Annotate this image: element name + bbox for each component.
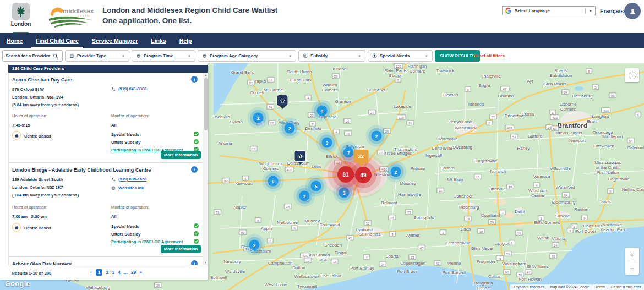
road-shield: 8 — [465, 87, 471, 92]
cluster-marker-blue[interactable]: 2 — [253, 113, 264, 123]
cluster-marker-blue[interactable]: 2 — [249, 240, 260, 250]
road-shield: 74 — [389, 215, 396, 220]
list-scrollbar[interactable]: ▲ ▼ — [203, 73, 208, 265]
pagination-next[interactable]: » — [139, 270, 142, 275]
pagination-page-4[interactable]: 4 — [118, 270, 121, 275]
info-icon[interactable]: i — [191, 166, 198, 173]
map-place-label: Bill's Corners — [534, 220, 560, 225]
map-place-label: Three Bridges — [384, 151, 412, 156]
more-information-button[interactable]: More Information — [161, 245, 201, 253]
cluster-marker-blue[interactable]: 2 — [391, 167, 401, 177]
user-account-button[interactable] — [624, 3, 641, 19]
zoom-out-button[interactable]: − — [625, 261, 639, 275]
terms-link[interactable]: Terms — [592, 284, 608, 290]
cwelcc-agreement-link[interactable]: Participating in CWELCC Agreement — [111, 239, 183, 244]
provider-type-dropdown[interactable]: Provider Type ▼ — [65, 50, 129, 62]
road-shield: 24 — [563, 193, 570, 198]
search-icon[interactable] — [53, 53, 58, 59]
map-place-label: South Huron — [287, 69, 312, 74]
app-title-block: London and Middlesex Region Child Care W… — [102, 6, 277, 25]
report-map-error-link[interactable]: Report a map error — [608, 284, 644, 290]
road-shield: 22 — [335, 160, 342, 165]
special-needs-dropdown[interactable]: Special Needs ▼ — [368, 50, 433, 62]
cluster-marker-blue[interactable]: 2 — [372, 131, 382, 141]
london-tree-icon — [12, 3, 30, 20]
cluster-marker-blue[interactable]: 2 — [299, 191, 310, 201]
road-shield: 19 — [507, 184, 514, 189]
cluster-marker-blue[interactable]: 2 — [285, 123, 295, 134]
google-logo: Google — [5, 280, 30, 288]
google-translate-widget[interactable]: Select Language ▼ — [502, 6, 596, 15]
info-icon[interactable]: i — [191, 260, 198, 265]
cluster-marker-blue[interactable]: 9 — [268, 176, 279, 187]
building-icon — [69, 53, 74, 58]
nav-item-home[interactable]: Home — [6, 33, 24, 48]
road-shield: 2 — [487, 121, 493, 125]
select-language-label[interactable]: Select Language — [515, 8, 550, 13]
scroll-down-icon[interactable]: ▼ — [203, 261, 208, 264]
francais-language-link[interactable]: Français — [600, 8, 624, 14]
more-information-button[interactable]: More Information — [161, 151, 201, 159]
pagination-page-1[interactable]: 1 — [96, 269, 103, 276]
scroll-up-icon[interactable]: ▲ — [203, 73, 208, 76]
childcare-centre-pin[interactable] — [294, 150, 306, 162]
map-place-label: Jarvis — [599, 199, 611, 204]
cluster-marker-blue[interactable]: 4 — [317, 106, 328, 116]
check-icon — [194, 223, 199, 228]
provider-phone-link[interactable]: (519) 685-1650 — [118, 177, 146, 182]
road-shield: 5 — [582, 215, 588, 220]
cluster-marker-blue[interactable]: 5 — [311, 181, 321, 191]
map-place-label: Salford — [440, 166, 454, 171]
svg-text:county: county — [78, 14, 90, 17]
provider-website-link[interactable]: Website Link — [118, 185, 144, 190]
map-place-label: Aylmer — [406, 233, 420, 238]
search-input[interactable] — [6, 53, 53, 58]
cluster-marker-blue[interactable]: 3 — [322, 138, 332, 148]
map-place-label: Wilsonville — [550, 166, 571, 171]
subsidy-dropdown[interactable]: Subsidy ▼ — [298, 50, 365, 62]
months-label: Months of operation: — [111, 205, 149, 210]
map-place-label: Ohsweken — [593, 144, 614, 149]
map-place-label: Vienna — [447, 261, 461, 266]
scrollbar-thumb[interactable] — [204, 78, 208, 130]
provider-search-box — [2, 50, 63, 62]
cluster-marker-blue[interactable]: 3 — [339, 188, 350, 198]
map-place-label: Waterford — [556, 185, 575, 190]
road-shield: 80 — [239, 230, 247, 235]
info-icon[interactable]: i — [191, 76, 198, 83]
nav-item-help[interactable]: Help — [178, 33, 193, 48]
map-place-label: Ostrander — [453, 194, 473, 199]
provider-address-line2: London, Ontario, N5Z 3K7 — [12, 185, 63, 190]
nav-item-links[interactable]: Links — [150, 33, 167, 48]
map-place-label: Delhi — [515, 209, 525, 214]
cluster-marker-blue[interactable]: 7 — [343, 147, 354, 158]
results-count-header: 286 Child Care Providers — [8, 65, 208, 73]
map-fullscreen-button[interactable] — [625, 68, 639, 82]
childcare-centre-pin[interactable] — [277, 95, 288, 106]
centre-based-label: Centre Based — [24, 226, 51, 231]
pagination-page-3[interactable]: 3 — [112, 270, 114, 275]
map-place-label: Wardsville — [225, 269, 245, 274]
pagination-page-2[interactable]: 2 — [106, 270, 108, 275]
program-time-dropdown[interactable]: Program Time ▼ — [132, 50, 195, 62]
middlesex-logo: middlesex county — [47, 6, 94, 30]
program-age-category-dropdown[interactable]: Program Age Category ▼ — [198, 50, 296, 62]
cluster-marker-red[interactable]: 81 — [337, 166, 354, 183]
map-place-label: Cultus — [488, 274, 501, 279]
nav-item-find-child-care[interactable]: Find Child Care — [35, 33, 80, 48]
provider-phone-link[interactable]: (519) 641-8308 — [118, 86, 146, 91]
keyboard-shortcuts-link[interactable]: Keyboard shortcuts — [510, 284, 547, 290]
translate-chevron-down-icon[interactable]: ▼ — [589, 9, 592, 13]
road-shield: 53 — [511, 134, 518, 139]
road-shield: 4 — [534, 183, 540, 188]
road-shield: 81 — [248, 80, 255, 85]
zoom-in-button[interactable]: + — [625, 248, 639, 261]
nav-item-service-manager[interactable]: Service Manager — [91, 33, 139, 48]
cluster-marker-red[interactable]: 49 — [355, 167, 372, 183]
reset-all-filters-link[interactable]: Reset all filters — [473, 53, 505, 58]
pagination-page-29[interactable]: 29 — [131, 270, 136, 275]
cluster-marker-orange[interactable]: 22 — [354, 150, 369, 163]
pagination-prev[interactable]: « — [90, 270, 92, 275]
subsidy-label: Subsidy — [310, 53, 328, 58]
map-place-label: Bloomsburg — [552, 200, 576, 205]
